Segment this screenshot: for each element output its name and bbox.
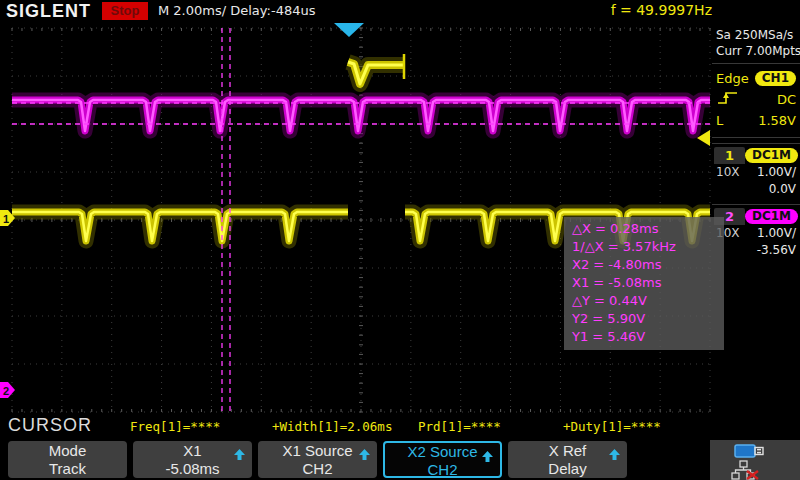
oscilloscope-screen: 12 SIGLENT Stop M 2.00ms/ Delay:-484us f… xyxy=(0,0,800,480)
memory-depth: Curr 7.00Mpts xyxy=(716,43,798,59)
cursor-y1: Y1 = 5.46V xyxy=(572,328,718,346)
softkey-x1-source-button[interactable]: X1 Source CH2 xyxy=(258,441,377,478)
acquisition-info: Sa 250MSa/s Curr 7.00Mpts xyxy=(712,22,800,64)
up-arrow-icon xyxy=(359,446,370,463)
channel1-number: 1 xyxy=(714,147,745,164)
siglent-logo: SIGLENT xyxy=(6,1,91,22)
lan-disconnected-icon[interactable] xyxy=(730,460,760,480)
cursor-delta-x: △X = 0.28ms xyxy=(572,220,718,238)
measurement-bar: CURSOR Freq[1]=**** +Width[1]=2.06ms Prd… xyxy=(0,413,712,440)
channel2-scale: 1.00V/ xyxy=(757,225,796,242)
channel1-coupling-badge: DC1M xyxy=(745,148,798,163)
softkey-label-bottom: Track xyxy=(8,460,127,477)
channel2-coupling-badge: DC1M xyxy=(745,209,798,224)
sample-rate: Sa 250MSa/s xyxy=(716,27,798,43)
svg-text:2: 2 xyxy=(3,385,9,397)
right-sidebar: Sa 250MSa/s Curr 7.00Mpts Edge CH1 DC L … xyxy=(712,22,800,440)
measurement-width: +Width[1]=2.06ms xyxy=(272,419,392,434)
measurement-freq: Freq[1]=**** xyxy=(130,419,220,434)
softkey-x2-source-button[interactable]: X2 Source CH2 xyxy=(383,441,502,478)
softkey-xref-button[interactable]: X Ref Delay xyxy=(508,441,627,478)
up-arrow-icon xyxy=(609,446,620,463)
frequency-counter: f = 49.9997Hz xyxy=(611,2,712,18)
softkey-label-top: Mode xyxy=(8,442,127,460)
measurement-period: Prd[1]=**** xyxy=(418,419,501,434)
trigger-type: Edge xyxy=(716,71,749,86)
timebase-readout[interactable]: M 2.00ms/ Delay:-484us xyxy=(158,3,315,18)
up-arrow-icon xyxy=(234,446,245,463)
softkey-x1-button[interactable]: X1 -5.08ms xyxy=(133,441,252,478)
up-arrow-icon xyxy=(482,448,493,465)
softkey-menu-bar: Mode Track X1 -5.08ms X1 Source CH2 X2 S… xyxy=(0,440,800,480)
channel2-info-box[interactable]: 2 DC1M 10X 1.00V/ -3.56V xyxy=(712,204,800,260)
trigger-source-badge: CH1 xyxy=(755,71,796,86)
cursor-inv-delta-x: 1/△X = 3.57kHz xyxy=(572,238,718,256)
channel1-scale: 1.00V/ xyxy=(757,164,796,181)
channel2-offset: -3.56V xyxy=(714,242,798,258)
channel1-info-box[interactable]: 1 DC1M 10X 1.00V/ 0.0V xyxy=(712,143,800,199)
io-status-panel xyxy=(710,440,800,480)
trigger-info[interactable]: Edge CH1 DC L 1.58V xyxy=(712,64,800,138)
cursor-x1: X1 = -5.08ms xyxy=(572,274,718,292)
measurement-duty: +Duty[1]=**** xyxy=(563,419,661,434)
cursor-x2: X2 = -4.80ms xyxy=(572,256,718,274)
top-status-bar: SIGLENT Stop M 2.00ms/ Delay:-484us f = … xyxy=(0,0,800,22)
trigger-coupling: DC xyxy=(777,92,796,107)
svg-text:1: 1 xyxy=(3,213,9,225)
trigger-level-label: L xyxy=(716,113,723,128)
softkey-mode-button[interactable]: Mode Track xyxy=(8,441,127,478)
trigger-level-value: 1.58V xyxy=(758,113,796,128)
cursor-mode-title: CURSOR xyxy=(8,415,92,436)
rising-edge-icon xyxy=(716,90,740,110)
channel1-probe: 10X xyxy=(716,164,740,181)
cursor-readout-box: △X = 0.28ms 1/△X = 3.57kHz X2 = -4.80ms … xyxy=(564,217,724,350)
cursor-y2: Y2 = 5.90V xyxy=(572,310,718,328)
channel1-offset: 0.0V xyxy=(714,181,798,197)
acquisition-status-badge[interactable]: Stop xyxy=(102,2,148,20)
cursor-delta-y: △Y = 0.44V xyxy=(572,292,718,310)
